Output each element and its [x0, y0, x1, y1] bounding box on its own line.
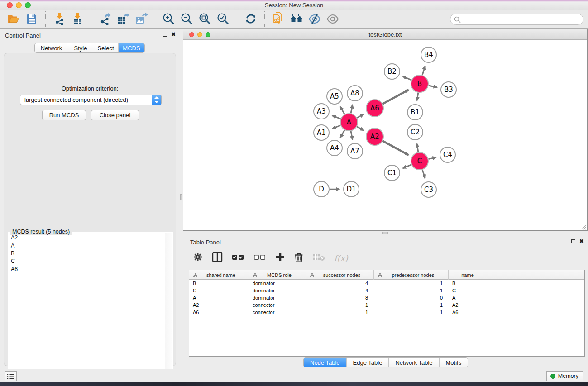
graph-edge[interactable]	[351, 105, 353, 113]
graph-node-label: A2	[370, 133, 379, 141]
table-row[interactable]: A6connector11A6	[189, 309, 584, 316]
task-history-button[interactable]	[5, 371, 17, 381]
graph-edge[interactable]	[403, 165, 411, 168]
graph-edge[interactable]	[332, 125, 340, 129]
horizontal-splitter[interactable]	[183, 231, 588, 235]
search-input[interactable]	[463, 15, 578, 24]
table-tabs: Node TableEdge TableNetwork TableMotifs	[303, 357, 468, 367]
close-panel-icon[interactable]: ✖	[171, 31, 176, 38]
column-header-predecessor-nodes[interactable]: predecessor nodes	[374, 270, 449, 280]
graph-edge[interactable]	[351, 131, 353, 140]
save-session-icon[interactable]	[23, 11, 41, 27]
hide-selected-icon[interactable]	[306, 11, 324, 27]
tab-motifs[interactable]: Motifs	[439, 358, 468, 367]
close-panel-button[interactable]: Close panel	[91, 110, 139, 120]
graph-edge[interactable]	[417, 144, 418, 152]
close-panel-icon[interactable]: ✖	[579, 238, 584, 244]
column-header-MCDS-role[interactable]: MCDS role	[249, 270, 306, 280]
add-icon[interactable]	[275, 252, 285, 264]
graph-node-label: A8	[350, 89, 359, 97]
first-neighbors-icon[interactable]	[287, 11, 306, 27]
graph-node-label: A5	[330, 92, 339, 100]
network-graph-canvas[interactable]: B4B2BB3A8A5A6A3B1AC2A1A2A4A7C4CC1C3DD1	[183, 40, 587, 230]
gear-icon[interactable]	[193, 252, 203, 264]
graph-edge[interactable]	[429, 86, 437, 87]
table-row[interactable]: Bdominator41B	[189, 280, 584, 287]
graph-edge[interactable]	[403, 76, 411, 80]
graph-edge[interactable]	[417, 93, 418, 101]
graph-edge[interactable]	[422, 66, 425, 75]
table-row[interactable]: Cdominator41C	[189, 287, 584, 294]
graph-edge[interactable]	[357, 127, 363, 131]
tab-select[interactable]: Select	[93, 43, 118, 52]
zoom-out-icon[interactable]	[178, 11, 196, 27]
splitter-grip[interactable]	[180, 194, 182, 200]
tab-mcds[interactable]: MCDS	[118, 43, 144, 52]
zoom-in-icon[interactable]	[160, 11, 178, 27]
export-image-icon[interactable]	[132, 11, 150, 27]
delete-icon[interactable]	[294, 252, 303, 264]
splitter-grip[interactable]	[382, 232, 388, 234]
show-column-icon[interactable]	[212, 252, 223, 264]
network-view-title: testGlobe.txt	[183, 31, 587, 38]
memory-button[interactable]: Memory	[546, 371, 583, 381]
apply-layout-icon[interactable]	[242, 11, 260, 27]
zoom-selected-icon[interactable]	[214, 11, 232, 27]
table-toolbar: f(x)	[186, 249, 584, 267]
import-network-icon[interactable]	[50, 11, 68, 27]
mcds-result-list[interactable]: A2ABCA6	[9, 234, 165, 385]
graph-node-label: D	[319, 185, 324, 193]
table-panel-header: Table Panel ✖	[183, 235, 588, 248]
column-header-successor-nodes[interactable]: successor nodes	[306, 270, 374, 280]
tab-node-table[interactable]: Node Table	[304, 358, 346, 367]
dropdown-stepper-icon	[152, 95, 161, 105]
new-network-from-file-icon[interactable]	[269, 11, 287, 27]
table-row[interactable]: A2connector11A2	[189, 301, 584, 309]
graph-edge[interactable]	[332, 116, 340, 119]
result-item[interactable]: A2	[9, 234, 165, 242]
open-file-icon[interactable]	[5, 11, 23, 27]
result-item[interactable]: C	[9, 257, 165, 265]
resize-grip-icon[interactable]	[581, 224, 587, 230]
vertical-splitter[interactable]	[180, 29, 183, 369]
table-row[interactable]: Adominator80A	[189, 294, 584, 301]
result-item[interactable]: A6	[9, 266, 165, 273]
float-panel-icon[interactable]	[163, 33, 167, 37]
graph-edge[interactable]	[429, 157, 436, 159]
result-scrollbar[interactable]	[165, 233, 172, 385]
node-table: shared nameMCDS rolesuccessor nodesprede…	[189, 270, 585, 357]
export-network-icon[interactable]	[96, 11, 114, 27]
tab-style[interactable]: Style	[68, 43, 93, 52]
show-all-icon[interactable]	[324, 11, 342, 27]
network-window-titlebar[interactable]: testGlobe.txt	[183, 29, 587, 40]
import-table-icon[interactable]	[68, 11, 86, 27]
graph-edge[interactable]	[340, 107, 344, 114]
list-icon	[7, 373, 14, 379]
graph-edge[interactable]	[383, 141, 409, 155]
graph-node-label: D1	[346, 185, 356, 193]
criterion-dropdown[interactable]: largest connected component (directed)	[20, 95, 162, 105]
column-header-shared-name[interactable]: shared name	[189, 270, 249, 280]
delete-table-icon[interactable]	[312, 253, 325, 263]
function-builder-icon[interactable]: f(x)	[334, 253, 348, 263]
tab-network-table[interactable]: Network Table	[388, 358, 439, 367]
deselect-all-icon[interactable]	[253, 253, 266, 263]
export-table-icon[interactable]	[114, 11, 132, 27]
graph-edge[interactable]	[383, 90, 409, 104]
graph-edge[interactable]	[357, 114, 364, 118]
column-header-name[interactable]: name	[449, 270, 487, 280]
tab-network[interactable]: Network	[35, 43, 68, 52]
result-item[interactable]: A	[9, 242, 165, 249]
zoom-fit-icon[interactable]	[196, 11, 214, 27]
graph-edge[interactable]	[340, 130, 344, 138]
search-field[interactable]	[450, 14, 583, 25]
float-panel-icon[interactable]	[571, 239, 575, 243]
run-mcds-button[interactable]: Run MCDS	[42, 110, 86, 120]
tab-edge-table[interactable]: Edge Table	[346, 358, 389, 367]
main-toolbar	[0, 10, 588, 29]
select-all-icon[interactable]	[232, 253, 244, 263]
criterion-value: largest connected component (directed)	[24, 96, 128, 103]
graph-edge[interactable]	[422, 170, 425, 178]
optimization-criterion-label: Optimization criterion:	[4, 85, 176, 92]
result-item[interactable]: B	[9, 250, 165, 257]
